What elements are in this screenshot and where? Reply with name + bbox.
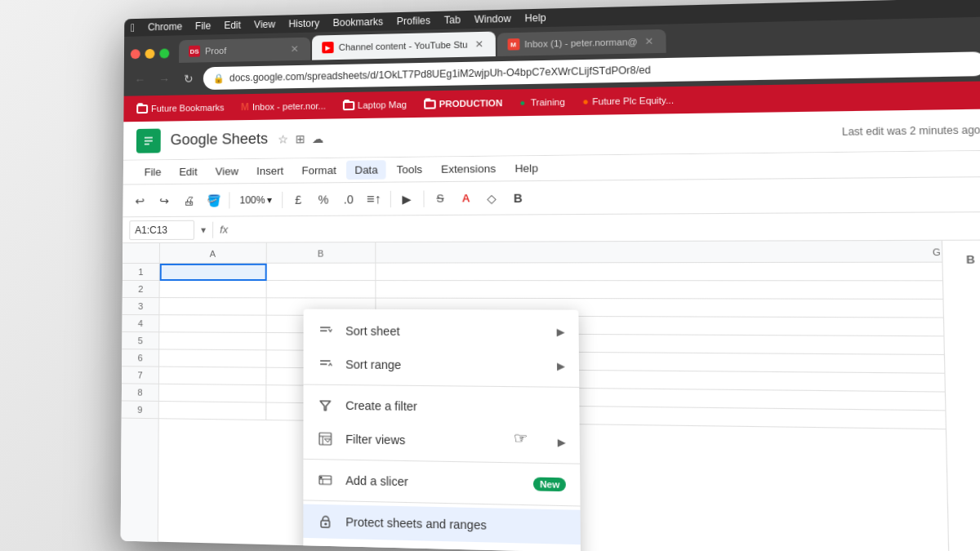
decimal-button[interactable]: .0 — [337, 189, 359, 211]
toolbar-sep-4 — [423, 190, 424, 207]
last-edit-text: Last edit was 2 minutes ago — [842, 123, 980, 137]
cell-reference[interactable]: A1:C13 — [129, 220, 194, 239]
row-num-1[interactable]: 1 — [122, 264, 159, 281]
tab-close-youtube[interactable]: ✕ — [473, 38, 485, 51]
cell-a5[interactable] — [159, 332, 266, 350]
row-num-7[interactable]: 7 — [122, 367, 158, 384]
filter-views-label: Filter views — [345, 433, 546, 449]
new-badge: New — [533, 478, 566, 492]
menu-item-create-filter[interactable]: Create a filter — [303, 389, 579, 426]
bookmark-laptop[interactable]: Laptop Mag — [336, 98, 413, 113]
grid-icon[interactable]: ⊞ — [296, 132, 305, 145]
help-menu[interactable]: Help — [525, 12, 546, 24]
protect-sheets-label: Protect sheets and ranges — [345, 515, 566, 534]
menu-edit[interactable]: Edit — [171, 162, 205, 181]
cell-b2[interactable] — [267, 281, 376, 299]
cloud-icon[interactable]: ☁ — [312, 131, 323, 144]
bookmark-production[interactable]: PRODUCTION — [416, 96, 509, 111]
row-num-6[interactable]: 6 — [122, 349, 158, 367]
edit-menu[interactable]: Edit — [224, 20, 241, 31]
svg-marker-12 — [324, 439, 330, 442]
cell-a6[interactable] — [159, 349, 266, 367]
text-color-button[interactable]: A — [455, 187, 478, 209]
menu-item-sort-sheet[interactable]: Sort sheet ▶ — [304, 314, 579, 349]
forward-button[interactable]: → — [154, 69, 174, 89]
bookmark-future[interactable]: Future Bookmarks — [130, 100, 230, 115]
file-menu[interactable]: File — [195, 20, 211, 32]
col-header-a[interactable]: A — [160, 243, 267, 264]
cell-a8[interactable] — [159, 384, 267, 403]
row-num-2[interactable]: 2 — [122, 281, 159, 298]
reload-button[interactable]: ↻ — [179, 69, 198, 88]
sort-button[interactable]: ≡↑ — [363, 188, 385, 210]
bookmark-inbox[interactable]: M Inbox - peter.nor... — [234, 98, 332, 114]
create-filter-label: Create a filter — [345, 399, 565, 415]
tab-close-gmail[interactable]: ✕ — [643, 35, 655, 47]
right-panel-btn[interactable]: B — [956, 247, 980, 270]
col-header-b[interactable]: B — [267, 242, 376, 264]
star-icon[interactable]: ☆ — [278, 132, 288, 145]
cell-a3[interactable] — [159, 298, 266, 316]
percent-button[interactable]: % — [313, 189, 335, 211]
paint-format-button[interactable]: 🪣 — [203, 189, 224, 211]
more-button[interactable]: ▶ — [396, 188, 418, 210]
minimize-button[interactable] — [145, 49, 155, 59]
sort-range-label: Sort range — [345, 358, 545, 373]
formula-arrow: ▾ — [201, 224, 206, 235]
redo-button[interactable]: ↪ — [154, 189, 175, 211]
cell-a2[interactable] — [160, 281, 267, 298]
bold-button-right[interactable]: B — [506, 187, 529, 209]
strikethrough-button[interactable]: S — [429, 188, 451, 210]
close-button[interactable] — [131, 49, 140, 59]
window-menu[interactable]: Window — [474, 13, 511, 25]
row-num-3[interactable]: 3 — [122, 298, 159, 315]
menu-format[interactable]: Format — [293, 161, 345, 180]
menu-item-add-slicer[interactable]: Add a slicer New — [303, 463, 580, 502]
bookmark-training[interactable]: ● Training — [513, 95, 572, 109]
menu-view[interactable]: View — [207, 162, 247, 181]
sort-sheet-label: Sort sheet — [345, 324, 545, 339]
row-num-9[interactable]: 9 — [122, 401, 158, 419]
apple-menu[interactable]:  — [131, 21, 135, 34]
print-button[interactable]: 🖨 — [178, 189, 199, 211]
row-num-5[interactable]: 5 — [122, 332, 158, 349]
undo-button[interactable]: ↩ — [130, 190, 151, 211]
maximize-button[interactable] — [159, 48, 169, 58]
row-num-8[interactable]: 8 — [122, 384, 158, 402]
formula-input[interactable] — [234, 226, 980, 229]
cell-b1[interactable] — [267, 264, 376, 281]
zoom-value: 100% — [239, 194, 265, 206]
menu-extensions[interactable]: Extensions — [433, 159, 505, 179]
history-menu[interactable]: History — [288, 17, 319, 29]
row-num-4[interactable]: 4 — [122, 315, 159, 332]
tab-favicon-youtube: ▶ — [322, 42, 333, 53]
folder-icon — [136, 104, 148, 113]
fill-color-button[interactable]: ◇ — [480, 187, 503, 209]
menu-help[interactable]: Help — [506, 158, 547, 178]
cell-a4[interactable] — [159, 315, 266, 333]
bookmark-future-plc[interactable]: ● Future Plc Equity... — [576, 92, 681, 109]
cell-a1[interactable] — [160, 264, 267, 281]
tab-menu[interactable]: Tab — [444, 14, 461, 26]
menu-item-filter-views[interactable]: Filter views ▶ — [303, 422, 580, 460]
back-button[interactable]: ← — [131, 70, 150, 90]
currency-button[interactable]: £ — [287, 189, 310, 210]
menu-item-sort-range[interactable]: Sort range ▶ — [304, 348, 580, 384]
filter-views-icon — [317, 430, 334, 447]
cell-a9[interactable] — [159, 402, 267, 420]
menu-tools[interactable]: Tools — [388, 160, 431, 180]
tab-ds-proof[interactable]: DS Proof ✕ — [179, 38, 310, 63]
profiles-menu[interactable]: Profiles — [397, 15, 431, 27]
zoom-control[interactable]: 100% ▾ — [234, 192, 276, 207]
chrome-menu[interactable]: Chrome — [148, 21, 182, 33]
tab-gmail[interactable]: M Inbox (1) - peter.norman@ ✕ — [497, 29, 666, 56]
view-menu[interactable]: View — [254, 19, 275, 31]
tab-close-ds[interactable]: ✕ — [289, 43, 301, 55]
cell-a7[interactable] — [159, 367, 267, 386]
tab-youtube[interactable]: ▶ Channel content - YouTube Stu ✕ — [312, 32, 495, 60]
bookmarks-menu[interactable]: Bookmarks — [333, 16, 384, 29]
menu-data[interactable]: Data — [346, 160, 386, 180]
lock-protect-icon — [317, 513, 334, 530]
menu-file[interactable]: File — [136, 162, 170, 181]
menu-insert[interactable]: Insert — [248, 162, 292, 181]
